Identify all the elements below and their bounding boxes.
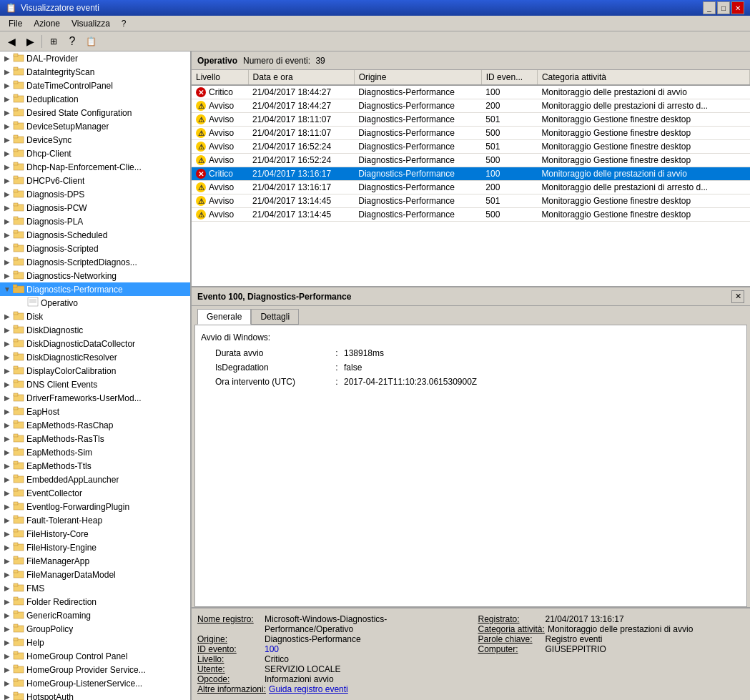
table-row[interactable]: ⚠Avviso21/04/2017 16:52:24Diagnostics-Pe… — [192, 154, 750, 167]
info-label: Computer: — [478, 644, 543, 654]
tree-item[interactable]: ▶FileHistory-Core — [0, 527, 190, 541]
table-row[interactable]: ⚠Avviso21/04/2017 18:44:27Diagnostics-Pe… — [192, 99, 750, 113]
expand-arrow-icon: ▶ — [3, 217, 11, 226]
table-row[interactable]: ⚠Avviso21/04/2017 13:14:45Diagnostics-Pe… — [192, 194, 750, 208]
tree-item-label: FileManagerApp — [26, 556, 89, 566]
tree-item[interactable]: ▶FileManagerDataModel — [0, 568, 190, 581]
tree-item[interactable]: ▶Diagnosis-PCW — [0, 201, 190, 215]
tree-item[interactable]: ▶HomeGroup Control Panel — [0, 649, 190, 663]
id-cell: 500 — [481, 154, 537, 167]
maximize-button[interactable]: □ — [717, 1, 730, 14]
tree-item[interactable]: ▶FMS — [0, 581, 190, 595]
table-row[interactable]: ⚠Avviso21/04/2017 18:11:07Diagnostics-Pe… — [192, 127, 750, 140]
info-value[interactable]: Guida registro eventi — [269, 684, 348, 694]
source-cell: Diagnostics-Performance — [354, 208, 481, 222]
toolbar-back[interactable]: ◀ — [3, 34, 20, 49]
tab-dettagli[interactable]: Dettagli — [251, 309, 299, 325]
info-label: Nome registro: — [197, 614, 262, 624]
tree-item[interactable]: ▶DateTimeControlPanel — [0, 79, 190, 92]
svg-rect-75 — [14, 543, 18, 546]
tree-item[interactable]: ▶EapHost — [0, 405, 190, 418]
tree-item[interactable]: ▶Folder Redirection — [0, 595, 190, 608]
close-button[interactable]: ✕ — [731, 1, 744, 14]
tree-item[interactable]: ▶HotspotAuth — [0, 690, 190, 700]
folder-icon — [13, 568, 24, 581]
tree-item[interactable]: ▶Diagnostics-Networking — [0, 269, 190, 282]
svg-rect-73 — [14, 529, 18, 532]
tree-item[interactable]: ▶Diagnosis-PLA — [0, 215, 190, 228]
tree-item[interactable]: ▶GenericRoaming — [0, 608, 190, 622]
folder-icon — [13, 691, 24, 700]
tree-item[interactable]: ▶Help — [0, 636, 190, 649]
tree-item[interactable]: ▶GroupPolicy — [0, 622, 190, 636]
tree-item[interactable]: ▶DeviceSetupManager — [0, 119, 190, 133]
tree-item[interactable]: ▶DataIntegrityScan — [0, 65, 190, 79]
table-row[interactable]: ⚠Avviso21/04/2017 13:14:45Diagnostics-Pe… — [192, 208, 750, 222]
tree-item[interactable]: ▶EmbeddedAppLauncher — [0, 473, 190, 486]
tree-item[interactable]: ▶FileHistory-Engine — [0, 541, 190, 554]
tree-item[interactable]: ▶DAL-Provider — [0, 51, 190, 65]
tree-item[interactable]: ▶FileManagerApp — [0, 554, 190, 568]
tree-item[interactable]: ▶Dhcp-Client — [0, 147, 190, 160]
tree-item[interactable]: Operativo — [0, 296, 190, 310]
detail-field-name: Ora intervento (UTC) — [201, 375, 330, 388]
tree-item-label: DHCPv6-Client — [26, 176, 84, 186]
col-origine: Origine — [354, 70, 481, 85]
menu-help[interactable]: ? — [116, 17, 132, 30]
table-row[interactable]: ⚠Avviso21/04/2017 16:52:24Diagnostics-Pe… — [192, 140, 750, 154]
tree-item[interactable]: ▶Diagnosis-Scheduled — [0, 228, 190, 242]
tree-item-label: Help — [26, 638, 44, 648]
minimize-button[interactable]: _ — [703, 1, 716, 14]
table-row[interactable]: ✕Critico21/04/2017 18:44:27Diagnostics-P… — [192, 85, 750, 99]
table-row[interactable]: ✕Critico21/04/2017 13:16:17Diagnostics-P… — [192, 167, 750, 181]
events-table-container[interactable]: Livello Data e ora Origine ID even... Ca… — [192, 70, 750, 287]
svg-rect-85 — [14, 611, 18, 613]
table-row[interactable]: ⚠Avviso21/04/2017 18:11:07Diagnostics-Pe… — [192, 113, 750, 127]
svg-rect-7 — [14, 94, 18, 97]
tab-generale[interactable]: Generale — [197, 309, 251, 325]
tree-item[interactable]: ▶EapMethods-RasTls — [0, 432, 190, 445]
level-cell: ⚠Avviso — [192, 99, 248, 113]
tree-item[interactable]: ▶EapMethods-Sim — [0, 445, 190, 459]
tree-item[interactable]: ▶DeviceSync — [0, 133, 190, 147]
tree-item[interactable]: ▼Diagnostics-Performance — [0, 282, 190, 296]
menu-visualizza[interactable]: Visualizza — [66, 17, 116, 30]
tree-item[interactable]: ▶DHCPv6-Client — [0, 174, 190, 187]
tree-item[interactable]: ▶EapMethods-Ttls — [0, 459, 190, 473]
tree-item[interactable]: ▶Deduplication — [0, 92, 190, 106]
tree-item[interactable]: ▶Dhcp-Nap-Enforcement-Clie... — [0, 160, 190, 174]
expand-arrow-icon: ▶ — [3, 584, 11, 593]
detail-close-button[interactable]: ✕ — [731, 290, 744, 303]
tree-item[interactable]: ▶EventCollector — [0, 486, 190, 500]
expand-arrow-icon: ▶ — [3, 693, 11, 701]
tree-item[interactable]: ▶EapMethods-RasChap — [0, 418, 190, 432]
level-text: Avviso — [209, 196, 234, 206]
tree-item[interactable]: ▶Eventlog-ForwardingPlugin — [0, 500, 190, 513]
toolbar-grid[interactable]: ⊞ — [45, 34, 62, 49]
toolbar-help[interactable]: ? — [64, 34, 81, 49]
tree-item[interactable]: ▶Diagnosis-Scripted — [0, 242, 190, 255]
tree-item[interactable]: ▶HomeGroup Provider Service... — [0, 663, 190, 676]
menu-azione[interactable]: Azione — [28, 17, 66, 30]
tree-item[interactable]: ▶Diagnosis-DPS — [0, 187, 190, 201]
tree-item[interactable]: ▶Fault-Tolerant-Heap — [0, 513, 190, 527]
tree-item-label: Diagnosis-Scheduled — [26, 230, 107, 240]
table-row[interactable]: ⚠Avviso21/04/2017 13:16:17Diagnostics-Pe… — [192, 181, 750, 194]
tree-item[interactable]: ▶Diagnosis-ScriptedDiagnos... — [0, 255, 190, 269]
tree-item[interactable]: ▶DiskDiagnosticResolver — [0, 350, 190, 364]
toolbar-forward[interactable]: ▶ — [21, 34, 39, 49]
tree-item[interactable]: ▶DiskDiagnostic — [0, 323, 190, 337]
tree-item[interactable]: ▶DiskDiagnosticDataCollector — [0, 337, 190, 350]
tree-item-label: GroupPolicy — [26, 624, 73, 634]
svg-rect-65 — [14, 475, 18, 478]
svg-rect-67 — [14, 488, 18, 491]
menu-file[interactable]: File — [3, 17, 28, 30]
tree-item[interactable]: ▶DNS Client Events — [0, 378, 190, 391]
tree-item[interactable]: ▶Desired State Configuration — [0, 106, 190, 119]
tree-item[interactable]: ▶DisplayColorCalibration — [0, 364, 190, 378]
toolbar-doc[interactable]: 📋 — [82, 34, 99, 49]
level-cell: ⚠Avviso — [192, 154, 248, 167]
tree-item[interactable]: ▶DriverFrameworks-UserMod... — [0, 391, 190, 405]
tree-item[interactable]: ▶HomeGroup-ListenerService... — [0, 676, 190, 690]
tree-item[interactable]: ▶Disk — [0, 310, 190, 323]
